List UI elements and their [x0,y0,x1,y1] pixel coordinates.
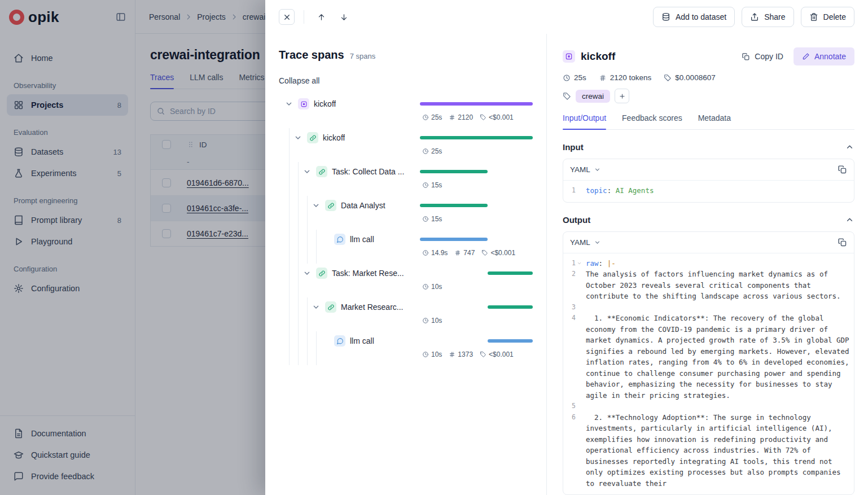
overlay-actions: Add to dataset Share Delete [653,7,854,27]
clock-icon [422,249,429,256]
tree-guide [316,331,317,365]
code-line: 3 [567,302,849,313]
span-row[interactable]: kickoff 25s 2120 <$0.001 [279,94,533,128]
section-title: Input [563,142,584,152]
tree-guide [289,162,290,196]
detail-stat: 25s [563,73,586,82]
line-collapse-icon[interactable] [576,258,582,269]
duration-bar-track [420,230,533,249]
span-stats: 25s [420,147,533,162]
clock-icon [422,182,429,189]
chevron-down-icon[interactable] [312,303,321,312]
close-button[interactable] [279,9,295,25]
chevron-up-icon[interactable] [845,142,854,152]
detail-stats: 25s 2120 tokens $0.0008607 [563,73,854,82]
span-tokens: 2120 [449,113,473,121]
format-select[interactable]: YAML [570,165,601,174]
link-icon [316,166,327,177]
code-text [584,401,849,412]
line-number: 2 [567,269,576,280]
hash-icon [454,249,461,256]
duration-bar [420,170,488,173]
tree-guide [307,230,308,264]
hash-icon [449,351,455,358]
detail-header: kickoff Copy ID Annotate [563,47,854,65]
line-number: 1 [567,185,576,196]
duration-bar [420,136,533,139]
duration-bar-track [420,297,533,317]
duration-bar [488,271,533,275]
span-row[interactable]: llm call 10s 1373 <$0.001 [279,331,533,365]
code-line: 1 topic: AI Agents [567,185,849,196]
share-icon [750,12,759,21]
span-label: Data Analyst [341,201,385,210]
tab-feedback-scores[interactable]: Feedback scores [622,113,682,129]
llm-call-icon [334,234,345,245]
copy-id-button[interactable]: Copy ID [737,49,788,64]
trace-icon [298,98,309,109]
code-card: YAML 1 topic: AI Agents [563,159,854,203]
io-sections: Input YAML 1 topic: AI Agents Output [563,142,854,495]
code-text: raw: |- [584,258,849,269]
span-label: llm call [350,336,374,345]
tab-input-output[interactable]: Input/Output [563,113,606,129]
chevron-down-icon[interactable] [303,167,312,176]
span-label: kickoff [314,99,336,108]
span-duration: 25s [422,147,442,155]
delete-button[interactable]: Delete [801,7,854,27]
detail-tabs: Input/OutputFeedback scoresMetadata [563,113,854,130]
span-duration: 10s [422,317,442,325]
add-tag-button[interactable] [615,89,629,103]
previous-trace-button[interactable] [313,9,329,25]
chevron-up-icon[interactable] [845,215,854,225]
span-stats: 10s 1373 <$0.001 [420,351,533,365]
span-row[interactable]: Market Researc... 10s [279,297,533,331]
span-row[interactable]: llm call 14.9s 747 <$0.001 [279,230,533,264]
copy-code-button[interactable] [838,238,847,247]
clock-icon [422,148,429,155]
chevron-down-icon[interactable] [312,201,321,210]
span-row[interactable]: Task: Collect Data ... 15s [279,162,533,196]
code-line: 2 The analysis of factors influencing ma… [567,269,849,302]
tree-guide [298,230,299,264]
topbar-divider [304,10,304,24]
spans-title: Trace spans [279,49,344,62]
section-output: Output YAML 1 raw: |- 2 The analysis of … [563,215,854,495]
tree-guide [289,128,290,162]
duration-bar [420,204,488,207]
chevron-down-icon[interactable] [303,269,312,278]
detail-title: kickoff [581,50,615,63]
tag-icon [563,92,571,100]
tab-metadata[interactable]: Metadata [698,113,731,129]
span-row[interactable]: Task: Market Rese... 10s [279,264,533,297]
span-label: Task: Market Rese... [332,269,404,278]
link-icon [307,132,318,143]
share-button[interactable]: Share [742,7,794,27]
add-to-dataset-button[interactable]: Add to dataset [653,7,735,27]
annotate-button[interactable]: Annotate [794,47,854,65]
chevron-down-icon[interactable] [293,133,303,142]
trace-overlay: Add to dataset Share Delete Trace spans … [265,0,868,495]
duration-bar-track [420,162,533,181]
tag-chip[interactable]: crewai [576,90,610,103]
clock-icon [563,74,571,82]
spans-panel: Trace spans 7 spans Collapse all kickoff… [265,34,546,495]
collapse-all-button[interactable]: Collapse all [279,76,319,85]
span-row[interactable]: Data Analyst 15s [279,196,533,230]
span-label: Market Researc... [341,303,403,312]
span-duration: 10s [422,283,442,291]
copy-code-button[interactable] [838,165,847,174]
code-text: topic: AI Agents [584,185,849,196]
code-body: 1 raw: |- 2 The analysis of factors infl… [563,253,854,495]
chevron-down-icon[interactable] [284,99,293,108]
tree-guide [307,331,308,365]
format-select[interactable]: YAML [570,238,601,247]
span-row[interactable]: kickoff 25s [279,128,533,162]
tree-guide [298,162,299,196]
link-icon [325,301,336,313]
line-number: 1 [567,258,576,269]
next-trace-button[interactable] [336,9,352,25]
tree-guide [316,230,317,264]
section-input: Input YAML 1 topic: AI Agents [563,142,854,203]
span-stats: 15s [420,181,533,196]
